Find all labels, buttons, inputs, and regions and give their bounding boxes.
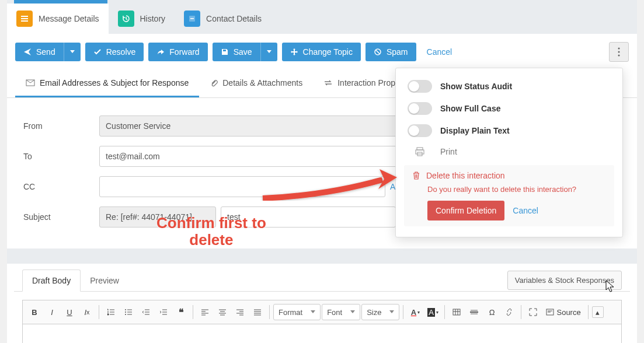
bold-button[interactable]: B (26, 304, 43, 320)
to-label: To (23, 152, 99, 161)
outdent-button[interactable] (138, 304, 154, 320)
from-input[interactable] (99, 116, 403, 136)
toggle-switch[interactable] (408, 124, 432, 137)
tab-history[interactable]: History (109, 4, 175, 34)
numbered-list-button[interactable] (103, 304, 119, 320)
text-color-button[interactable]: A▾ (407, 304, 423, 320)
separator-strip (7, 249, 637, 264)
save-button-group: Save (213, 43, 277, 61)
maximize-button[interactable] (525, 304, 541, 320)
align-justify-button[interactable] (249, 304, 266, 320)
tab-label: History (140, 14, 166, 23)
clear-format-button[interactable]: Ix (79, 304, 95, 320)
cancel-link[interactable]: Cancel (421, 43, 458, 61)
size-dropdown[interactable]: Size (361, 304, 399, 320)
toggle-label: Show Status Audit (440, 82, 512, 91)
subtab-email-addresses[interactable]: Email Addresses & Subject for Response (15, 70, 199, 97)
subtab-label: Details & Attachments (222, 78, 302, 88)
format-dropdown[interactable]: Format (273, 304, 321, 320)
special-char-button[interactable]: Ω (483, 304, 500, 320)
cancel-deletion-link[interactable]: Cancel (513, 206, 538, 215)
check-icon (93, 48, 102, 56)
svg-point-4 (618, 51, 620, 53)
save-icon (221, 48, 229, 56)
svg-point-7 (125, 309, 126, 310)
align-center-button[interactable] (214, 304, 231, 320)
hr-button[interactable] (466, 304, 482, 320)
forward-button[interactable]: Forward (148, 43, 207, 61)
caret-down-icon (311, 310, 315, 314)
resolve-button[interactable]: Resolve (85, 43, 144, 61)
toggle-label: Show Full Case (440, 104, 500, 113)
tab-contact-details[interactable]: Contact Details (175, 4, 271, 34)
toggle-show-full-case[interactable]: Show Full Case (396, 97, 622, 120)
tab-preview[interactable]: Preview (81, 270, 128, 291)
subtab-label: Email Addresses & Subject for Response (40, 78, 189, 88)
svg-rect-10 (453, 309, 460, 315)
editor-content[interactable] (23, 324, 621, 343)
send-dropdown[interactable] (64, 43, 81, 61)
caret-down-icon (70, 50, 75, 54)
svg-point-9 (125, 314, 126, 315)
variables-button[interactable]: Variables & Stock Responses (507, 271, 622, 290)
action-label: Print (440, 147, 457, 156)
subject-input[interactable] (221, 206, 396, 228)
save-button[interactable]: Save (213, 43, 260, 61)
italic-button[interactable]: I (44, 304, 60, 320)
toggle-switch[interactable] (408, 102, 432, 115)
bg-color-button[interactable]: A▾ (424, 304, 441, 320)
confirm-deletion-button[interactable]: Confirm Deletion (427, 201, 504, 220)
svg-point-8 (125, 312, 126, 313)
align-left-button[interactable] (197, 304, 213, 320)
envelope-icon (26, 79, 35, 86)
svg-point-3 (618, 48, 620, 50)
change-topic-button[interactable]: Change Topic (282, 43, 361, 61)
caret-down-icon (389, 310, 394, 314)
toggle-show-status-audit[interactable]: Show Status Audit (396, 75, 622, 97)
cc-label: CC (23, 182, 99, 191)
source-icon (546, 308, 554, 316)
underline-button[interactable]: U (61, 304, 78, 320)
send-button-group: Send (15, 43, 81, 61)
cc-input[interactable] (99, 176, 385, 197)
save-dropdown[interactable] (260, 43, 277, 61)
toggle-switch[interactable] (408, 80, 432, 93)
to-input[interactable] (99, 146, 403, 167)
button-label: Forward (169, 47, 199, 57)
delete-title: Delete this interaction (426, 171, 505, 180)
send-icon (23, 48, 32, 56)
tab-draft-body[interactable]: Draft Body (22, 270, 81, 292)
spam-button[interactable]: Spam (365, 43, 416, 61)
collapse-toolbar-button[interactable]: ▴ (592, 306, 604, 318)
subtab-details-attachments[interactable]: Details & Attachments (199, 70, 313, 97)
history-icon (118, 10, 134, 27)
tab-label: Message Details (39, 14, 99, 23)
subject-label: Subject (23, 212, 99, 222)
editor-tabs: Draft Body Preview Variables & Stock Res… (14, 264, 630, 292)
editor-toolbar: B I U Ix ❝ Format Font Size A▾ A▾ Ω Sour… (23, 300, 621, 324)
svg-rect-11 (470, 312, 478, 313)
indent-button[interactable] (155, 304, 172, 320)
toggle-display-plain-text[interactable]: Display Plain Text (396, 120, 622, 142)
print-action[interactable]: Print (396, 142, 622, 162)
action-toolbar: Send Resolve Forward Save Change Topic S… (7, 34, 637, 70)
align-right-button[interactable] (232, 304, 248, 320)
blockquote-button[interactable]: ❝ (173, 304, 189, 320)
table-button[interactable] (448, 304, 465, 320)
link-button[interactable] (501, 304, 517, 320)
kebab-icon (618, 47, 620, 57)
tab-label: Contact Details (206, 14, 262, 23)
bullet-list-button[interactable] (120, 304, 137, 320)
button-label: Spam (387, 47, 408, 57)
tab-message-details[interactable]: Message Details (7, 4, 109, 34)
from-label: From (23, 121, 99, 131)
caret-down-icon (350, 310, 355, 314)
hamburger-icon (16, 10, 33, 27)
more-menu-button[interactable] (609, 42, 629, 62)
source-button[interactable]: Source (542, 304, 584, 320)
button-label: Change Topic (303, 47, 353, 57)
main-tabs: Message Details History Contact Details (7, 4, 637, 34)
send-button[interactable]: Send (15, 43, 64, 61)
delete-confirmation-section: Delete this interaction Do you really wa… (404, 165, 614, 226)
font-dropdown[interactable]: Font (322, 304, 360, 320)
